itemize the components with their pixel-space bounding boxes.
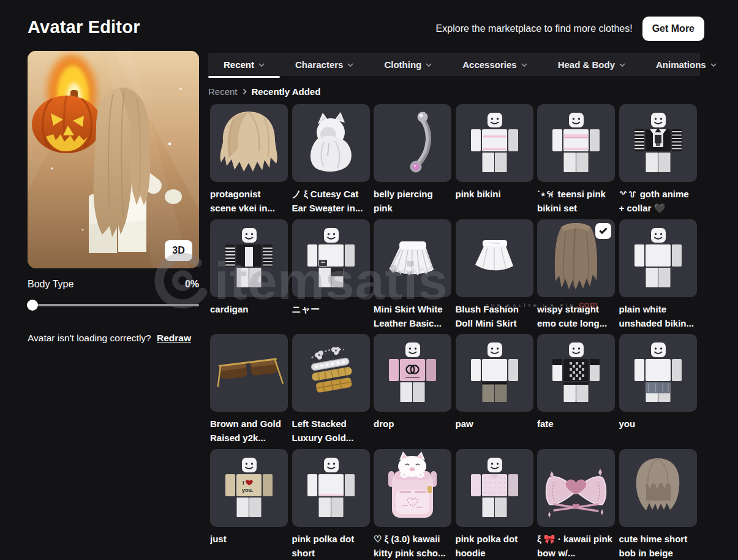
tab-recent[interactable]: Recent [208, 53, 280, 76]
chevron-down-icon [347, 63, 353, 67]
item-tile[interactable] [210, 219, 288, 297]
grid-cell: plain white unshaded bikin... [619, 219, 697, 335]
breadcrumb-root[interactable]: Recent [208, 86, 238, 97]
bracelets-thumbnail [292, 334, 370, 412]
chevron-right-icon [243, 88, 247, 95]
avatar-thumbnail [210, 219, 288, 297]
body-type-label: Body Type [28, 279, 73, 290]
grid-cell: wispy straight emo cute long... [537, 219, 615, 335]
item-label: wispy straight emo cute long... [537, 302, 615, 330]
get-more-button[interactable]: Get More [642, 17, 704, 41]
redraw-link[interactable]: Redraw [157, 333, 191, 343]
avatar-preview[interactable]: 3D [28, 51, 199, 268]
avatar-thumbnail [374, 334, 451, 412]
chevron-down-icon [710, 63, 717, 67]
item-tile[interactable] [374, 449, 451, 527]
item-tile[interactable] [292, 334, 370, 412]
avatar-illustration [28, 51, 199, 268]
avatar-thumbnail [292, 219, 370, 297]
tab-characters[interactable]: Characters [280, 53, 369, 76]
avatar-editor-app: Avatar Editor Explore the marketplace to… [0, 0, 738, 560]
item-label: ξ 🎀 · kawaii pink bow w/... [537, 532, 615, 560]
slider-track[interactable] [28, 304, 199, 306]
avatar-thumbnail: Iyou. [210, 449, 288, 527]
item-tile[interactable] [537, 334, 615, 412]
item-tile[interactable] [292, 219, 370, 297]
redraw-question: Avatar isn't loading correctly? [28, 333, 151, 343]
item-tile[interactable] [456, 334, 533, 412]
item-label: plain white unshaded bikin... [619, 302, 697, 330]
grid-cell: Brown and Gold Raised y2k... [210, 334, 288, 449]
item-tile[interactable] [374, 104, 451, 182]
body-type-value: 0% [185, 279, 199, 290]
item-tile[interactable] [619, 219, 697, 297]
item-label: you [619, 417, 697, 431]
item-tile[interactable] [292, 104, 370, 182]
body-type-slider[interactable] [28, 300, 199, 311]
grid-cell: cute hime short bob in beige [619, 449, 697, 560]
item-tile[interactable] [456, 219, 533, 297]
item-label: drop [374, 417, 451, 431]
grid-cell: protagonist scene vkei in... [210, 104, 288, 219]
grid-cell: Blush Fashion Doll Mini Skirt [456, 219, 533, 335]
item-label: cute hime short bob in beige [619, 532, 697, 560]
item-label: Brown and Gold Raised y2k... [210, 417, 288, 445]
skirt-thumbnail [456, 219, 533, 297]
selected-check-badge [595, 223, 611, 239]
avatar-panel: 3D Body Type 0% Avatar isn't loading cor… [28, 51, 199, 344]
item-tile[interactable]: Iyou. [210, 449, 288, 527]
item-tile[interactable] [374, 219, 451, 297]
tab-clothing[interactable]: Clothing [369, 53, 447, 76]
tab-label: Characters [295, 59, 343, 70]
grid-cell: ノ ξ Cutesy Cat Ear Sweạter in... [292, 104, 370, 219]
item-tile[interactable] [456, 104, 533, 182]
chevron-down-icon [258, 63, 265, 67]
item-tile[interactable] [537, 449, 615, 527]
item-label: ♡ ξ (3.0) kawaii kitty pink scho... [374, 532, 451, 560]
item-tile[interactable] [537, 219, 615, 297]
avatar-thumbnail [456, 334, 533, 412]
item-tile[interactable] [374, 334, 451, 412]
item-tile[interactable] [456, 449, 533, 527]
tab-accessories[interactable]: Accessories [447, 53, 542, 76]
tab-label: Animations [656, 59, 706, 70]
grid-cell: drop [374, 334, 451, 449]
grid-cell: pink bikini [456, 104, 533, 219]
tab-animations[interactable]: Animations [641, 53, 732, 76]
chevron-down-icon [619, 63, 625, 67]
chevron-down-icon [521, 63, 527, 67]
item-tile[interactable] [619, 104, 697, 182]
grid-cell: cardigan [210, 219, 288, 335]
breadcrumb: Recent Recently Added [208, 86, 700, 97]
item-tile[interactable] [619, 449, 697, 527]
item-tile[interactable] [537, 104, 615, 182]
marketplace-hint: Explore the marketplace to find more clo… [436, 23, 633, 34]
item-label: paw [456, 417, 533, 431]
avatar-thumbnail [456, 104, 533, 182]
svg-text:you.: you. [242, 487, 254, 493]
item-tile[interactable] [292, 449, 370, 527]
hoodie-thumbnail [292, 104, 370, 182]
grid-cell: belly piercing pink [374, 104, 451, 219]
avatar-thumbnail [619, 334, 697, 412]
hair-thumbnail [210, 104, 288, 182]
item-label: protagonist scene vkei in... [210, 187, 288, 215]
item-tile[interactable] [210, 104, 288, 182]
avatar-thumbnail [619, 104, 697, 182]
svg-text:I: I [243, 480, 244, 486]
grid-cell: ♡ ξ (3.0) kawaii kitty pink scho... [374, 449, 451, 560]
grid-cell: pink polka dot short [292, 449, 370, 560]
glasses-thumbnail [210, 334, 288, 412]
item-label: Left Stacked Luxury Gold... [292, 417, 370, 445]
tab-head-body[interactable]: Head & Body [543, 53, 641, 76]
item-label: ニャー [292, 302, 370, 316]
3d-toggle-button[interactable]: 3D [165, 240, 192, 261]
item-tile[interactable] [210, 334, 288, 412]
item-label: Blush Fashion Doll Mini Skirt [456, 302, 533, 330]
grid-cell: ξ 🎀 · kawaii pink bow w/... [537, 449, 615, 560]
item-label: ˙⋆𐙚 teensi pink bikini set [537, 187, 615, 215]
slider-handle[interactable] [27, 300, 38, 311]
item-label: ノ ξ Cutesy Cat Ear Sweạter in... [292, 187, 370, 215]
item-tile[interactable] [619, 334, 697, 412]
grid-cell: ニャー [292, 219, 370, 335]
